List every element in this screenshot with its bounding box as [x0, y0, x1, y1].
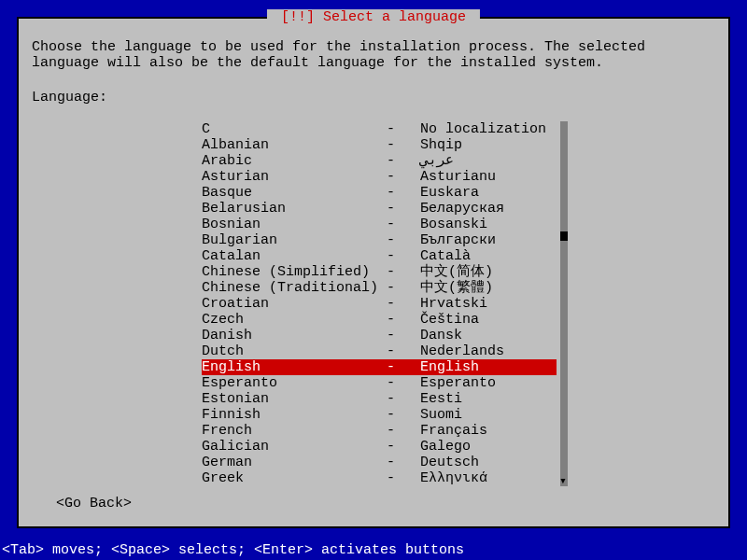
separator: -: [387, 423, 420, 439]
language-name: Dutch: [202, 343, 387, 359]
separator: -: [387, 121, 420, 137]
dialog-title: [!!] Select a language: [267, 9, 480, 25]
scrollbar-track[interactable]: [560, 121, 568, 486]
language-row[interactable]: Esperanto- Esperanto: [202, 375, 557, 391]
language-name: Galician: [202, 439, 387, 455]
separator: -: [387, 391, 420, 407]
language-row[interactable]: Catalan- Català: [202, 248, 557, 264]
language-native: Asturianu: [420, 169, 496, 185]
separator: -: [387, 248, 420, 264]
language-name: Croatian: [202, 296, 387, 312]
language-native: No localization: [420, 121, 546, 137]
dialog-panel: [!!] Select a language Choose the langua…: [17, 17, 730, 528]
language-row[interactable]: Belarusian- Беларуская: [202, 201, 557, 217]
language-native: 中文(繁體): [420, 280, 493, 296]
language-row[interactable]: Arabic- عربي: [202, 153, 557, 169]
language-row[interactable]: Basque- Euskara: [202, 185, 557, 201]
scroll-down-icon[interactable]: ▾: [559, 473, 567, 489]
language-row[interactable]: German- Deutsch: [202, 455, 557, 470]
language-name: Estonian: [202, 391, 387, 407]
language-name: Greek: [202, 470, 387, 486]
language-row[interactable]: Galician- Galego: [202, 439, 557, 455]
separator: -: [387, 439, 420, 455]
separator: -: [387, 470, 420, 486]
language-row[interactable]: Asturian- Asturianu: [202, 169, 557, 185]
separator: -: [387, 137, 420, 153]
language-list[interactable]: C- No localizationAlbanian- ShqipArabic-…: [202, 121, 557, 486]
language-name: Catalan: [202, 248, 387, 264]
separator: -: [387, 280, 420, 296]
language-native: Català: [420, 248, 471, 264]
separator: -: [387, 264, 420, 280]
language-name: German: [202, 455, 387, 470]
language-row[interactable]: Greek- Ελληνικά: [202, 470, 557, 486]
language-label: Language:: [32, 90, 107, 105]
language-native: Suomi: [420, 407, 462, 423]
separator: -: [387, 185, 420, 201]
language-native: Deutsch: [420, 455, 479, 470]
language-row[interactable]: C- No localization: [202, 121, 557, 137]
language-native: عربي: [420, 153, 454, 169]
dialog-description: Choose the language to be used for the i…: [32, 39, 715, 71]
language-native: Dansk: [420, 328, 462, 343]
language-name: Chinese (Traditional): [202, 280, 387, 296]
language-native: Euskara: [420, 185, 479, 201]
language-native: Беларуская: [420, 201, 504, 217]
language-native: 中文(简体): [420, 264, 493, 280]
language-name: Esperanto: [202, 375, 387, 391]
language-name: Chinese (Simplified): [202, 264, 387, 280]
language-name: Danish: [202, 328, 387, 343]
language-row[interactable]: Chinese (Traditional)- 中文(繁體): [202, 280, 557, 296]
go-back-button[interactable]: <Go Back>: [56, 496, 132, 511]
separator: -: [387, 328, 420, 343]
separator: -: [387, 312, 420, 328]
language-row[interactable]: Chinese (Simplified)- 中文(简体): [202, 264, 557, 280]
language-name: Czech: [202, 312, 387, 328]
language-native: Čeština: [420, 312, 479, 328]
separator: -: [387, 217, 420, 232]
language-name: Bosnian: [202, 217, 387, 232]
separator: -: [387, 153, 420, 169]
separator: -: [387, 232, 420, 248]
separator: -: [387, 169, 420, 185]
language-row[interactable]: French- Français: [202, 423, 557, 439]
language-name: Belarusian: [202, 201, 387, 217]
language-name: C: [202, 121, 387, 137]
language-native: Eesti: [420, 391, 462, 407]
language-native: Galego: [420, 439, 471, 455]
scrollbar-thumb[interactable]: [560, 231, 568, 241]
language-row[interactable]: Danish- Dansk: [202, 328, 557, 343]
separator: -: [387, 375, 420, 391]
language-name: Albanian: [202, 137, 387, 153]
language-row[interactable]: Estonian- Eesti: [202, 391, 557, 407]
language-native: Shqip: [420, 137, 462, 153]
language-row[interactable]: Albanian- Shqip: [202, 137, 557, 153]
language-name: Basque: [202, 185, 387, 201]
language-name: English: [202, 359, 387, 375]
separator: -: [387, 359, 420, 375]
language-native: English: [420, 359, 479, 375]
language-row[interactable]: Bosnian- Bosanski: [202, 217, 557, 232]
language-row[interactable]: Croatian- Hrvatski: [202, 296, 557, 312]
language-native: Français: [420, 423, 487, 439]
language-name: Finnish: [202, 407, 387, 423]
language-name: Bulgarian: [202, 232, 387, 248]
language-native: Esperanto: [420, 375, 496, 391]
language-row[interactable]: Finnish- Suomi: [202, 407, 557, 423]
key-hints: <Tab> moves; <Space> selects; <Enter> ac…: [2, 542, 464, 558]
language-name: Asturian: [202, 169, 387, 185]
separator: -: [387, 201, 420, 217]
separator: -: [387, 343, 420, 359]
language-name: Arabic: [202, 153, 387, 169]
language-row[interactable]: Bulgarian- Български: [202, 232, 557, 248]
language-native: Hrvatski: [420, 296, 487, 312]
language-row[interactable]: Czech- Čeština: [202, 312, 557, 328]
language-native: Български: [420, 232, 496, 248]
separator: -: [387, 455, 420, 470]
separator: -: [387, 296, 420, 312]
language-row[interactable]: English- English: [202, 359, 557, 375]
language-name: French: [202, 423, 387, 439]
language-row[interactable]: Dutch- Nederlands: [202, 343, 557, 359]
separator: -: [387, 407, 420, 423]
language-native: Nederlands: [420, 343, 504, 359]
